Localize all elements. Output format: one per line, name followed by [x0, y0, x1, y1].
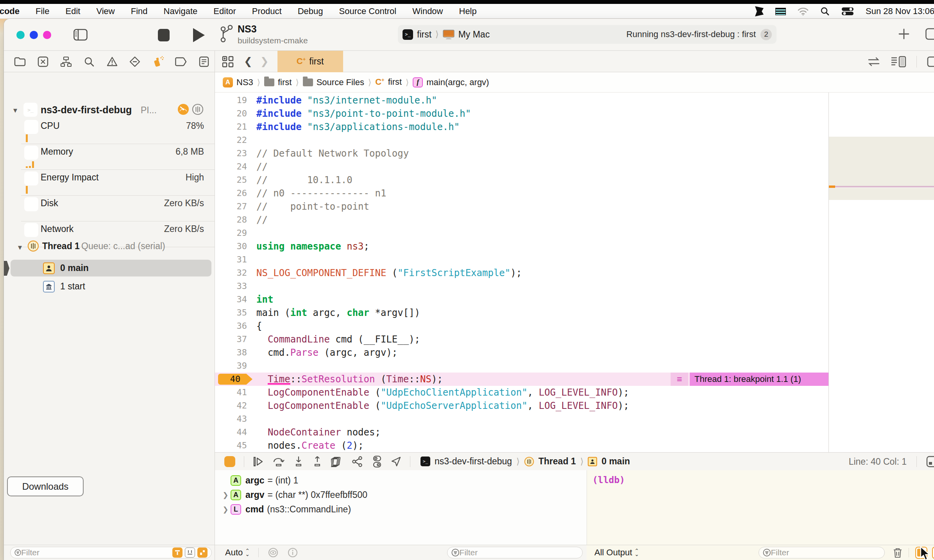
- issue-count-badge[interactable]: 2: [760, 29, 772, 40]
- gauge-row-memory[interactable]: Memory6,8 MB: [4, 144, 215, 170]
- control-center-icon[interactable]: [841, 7, 854, 16]
- line-number-gutter[interactable]: 44: [215, 426, 253, 439]
- code-line-25[interactable]: 25// 10.1.1.0: [215, 173, 828, 187]
- line-number-gutter[interactable]: 34: [215, 293, 253, 306]
- menu-item-product[interactable]: Product: [252, 6, 282, 16]
- menu-item-find[interactable]: Find: [131, 6, 148, 16]
- sidebar-divider[interactable]: [215, 51, 215, 560]
- jumpbar-item-4[interactable]: fmain(argc, argv): [413, 77, 489, 87]
- disclosure-chevron-icon[interactable]: ▾: [18, 243, 22, 252]
- disclosure-chevron-icon[interactable]: ❯: [220, 505, 231, 514]
- variables-filter-input[interactable]: [460, 548, 578, 557]
- line-number-gutter[interactable]: 45: [215, 439, 253, 452]
- line-number-gutter[interactable]: 40: [215, 373, 253, 386]
- code-line-36[interactable]: 36{: [215, 319, 828, 333]
- jumpbar-item-2[interactable]: Source Files: [303, 77, 364, 87]
- line-number-gutter[interactable]: 43: [215, 412, 253, 426]
- code-line-32[interactable]: 32NS_LOG_COMPONENT_DEFINE ("FirstScriptE…: [215, 266, 828, 280]
- line-number-gutter[interactable]: 38: [215, 346, 253, 359]
- jumpbar-item-0[interactable]: ANS3: [223, 77, 253, 87]
- symbol-navigator-icon[interactable]: [59, 55, 73, 68]
- variable-row-argc[interactable]: Aargc= (int) 1: [215, 473, 587, 488]
- menu-item-view[interactable]: View: [96, 6, 115, 16]
- project-navigator-icon[interactable]: [13, 55, 27, 68]
- debug-navigator-icon[interactable]: [151, 55, 165, 68]
- related-items-icon[interactable]: [867, 57, 880, 67]
- back-chevron-icon[interactable]: ❮: [244, 55, 252, 68]
- line-number-gutter[interactable]: 30: [215, 240, 253, 253]
- code-line-23[interactable]: 23// Default Network Topology: [215, 147, 828, 160]
- forward-chevron-icon[interactable]: ❯: [260, 55, 269, 68]
- line-number-gutter[interactable]: 24: [215, 160, 253, 173]
- run-destination[interactable]: My Mac: [458, 29, 490, 40]
- menu-item-source-control[interactable]: Source Control: [339, 6, 397, 16]
- app-logo-icon[interactable]: [755, 6, 764, 16]
- tab-overview-icon[interactable]: [222, 56, 234, 68]
- code-line-42[interactable]: 42 LogComponentEnable ("UdpEchoServerApp…: [215, 399, 828, 412]
- traffic-light-zoom[interactable]: [43, 31, 51, 39]
- issue-navigator-icon[interactable]: [106, 55, 119, 68]
- menu-item-window[interactable]: Window: [412, 6, 443, 16]
- code-line-20[interactable]: 20#include "ns3/point-to-point-module.h": [215, 107, 828, 120]
- line-number-gutter[interactable]: 23: [215, 147, 253, 160]
- test-navigator-icon[interactable]: [128, 55, 141, 68]
- menu-item-editor[interactable]: Editor: [213, 6, 236, 16]
- code-line-44[interactable]: 44 NodeContainer nodes;: [215, 426, 828, 439]
- spotlight-search-icon[interactable]: [820, 7, 830, 16]
- gauge-row-disk[interactable]: DiskZero KB/s: [4, 196, 215, 221]
- filter-view-toggle[interactable]: [185, 548, 195, 558]
- thread-row[interactable]: ▾ Thread 1 Queue: c...ad (serial): [4, 239, 215, 255]
- line-number-gutter[interactable]: 29: [215, 226, 253, 240]
- code-line-19[interactable]: 19#include "ns3/internet-module.h": [215, 94, 828, 107]
- stack-frame-0-main[interactable]: 0 main: [4, 260, 215, 276]
- code-line-31[interactable]: 31: [215, 253, 828, 266]
- crumb-frame[interactable]: 0 main: [601, 456, 630, 467]
- find-navigator-icon[interactable]: [82, 55, 96, 68]
- debug-area-toggle-icon[interactable]: [926, 456, 934, 467]
- activity-status[interactable]: Running ns3-dev-first-debug : first 2: [626, 29, 772, 40]
- traffic-light-close[interactable]: [16, 31, 25, 39]
- code-line-40[interactable]: 40 Time::SetResolution (Time::NS);≡Threa…: [215, 373, 828, 386]
- line-number-gutter[interactable]: 22: [215, 134, 253, 147]
- line-number-gutter[interactable]: 25: [215, 173, 253, 187]
- code-line-27[interactable]: 27// point-to-point: [215, 200, 828, 213]
- breakpoint-annotation[interactable]: Thread 1: breakpoint 1.1 (1): [690, 373, 828, 386]
- navigator-filter-input[interactable]: [21, 548, 172, 557]
- navigator-toggle-icon[interactable]: [73, 29, 88, 41]
- menu-item-navigate[interactable]: Navigate: [164, 6, 198, 16]
- info-icon[interactable]: [288, 548, 298, 558]
- menu-item-help[interactable]: Help: [459, 6, 477, 16]
- editor-layout-icon[interactable]: [891, 56, 906, 68]
- code-line-34[interactable]: 34int: [215, 293, 828, 306]
- tab-first[interactable]: C+ first: [277, 51, 343, 72]
- minimap[interactable]: [828, 93, 934, 452]
- code-line-21[interactable]: 21#include "ns3/applications-module.h": [215, 120, 828, 134]
- code-line-26[interactable]: 26// n0 -------------- n1: [215, 187, 828, 200]
- memory-graph-button[interactable]: [351, 456, 364, 467]
- line-number-gutter[interactable]: 33: [215, 280, 253, 293]
- line-number-gutter[interactable]: 36: [215, 319, 253, 333]
- line-number-gutter[interactable]: 19: [215, 94, 253, 107]
- console-view[interactable]: (lldb): [587, 470, 934, 545]
- line-number-gutter[interactable]: 28: [215, 213, 253, 226]
- disclosure-chevron-icon[interactable]: ❯: [220, 491, 231, 499]
- variables-view[interactable]: Aargc= (int) 1❯Aargv= (char **) 0x7ffeef…: [215, 470, 587, 545]
- line-number-gutter[interactable]: 42: [215, 399, 253, 412]
- continue-button[interactable]: [253, 456, 264, 467]
- crumb-process[interactable]: ns3-dev-first-debug: [435, 456, 512, 467]
- code-line-33[interactable]: 33: [215, 280, 828, 293]
- code-line-37[interactable]: 37 CommandLine cmd (__FILE__);: [215, 333, 828, 346]
- breakpoints-toggle-button[interactable]: [224, 456, 235, 467]
- keyboard-layout-icon[interactable]: [775, 8, 786, 15]
- simulate-location-button[interactable]: [390, 456, 401, 467]
- variables-filter-field[interactable]: [447, 547, 583, 558]
- line-number-gutter[interactable]: 41: [215, 386, 253, 399]
- editor-split-icon[interactable]: [927, 56, 934, 68]
- variables-scope-dropdown[interactable]: Auto ⌃⌄: [225, 548, 250, 558]
- threads-view-icon[interactable]: [192, 103, 204, 115]
- scheme-name[interactable]: first: [417, 29, 431, 40]
- breakpoint-actions-icon[interactable]: ≡: [671, 373, 688, 386]
- code-line-24[interactable]: 24//: [215, 160, 828, 173]
- gauge-row-energy-impact[interactable]: Energy ImpactHigh: [4, 170, 215, 196]
- source-control-navigator-icon[interactable]: [36, 55, 50, 68]
